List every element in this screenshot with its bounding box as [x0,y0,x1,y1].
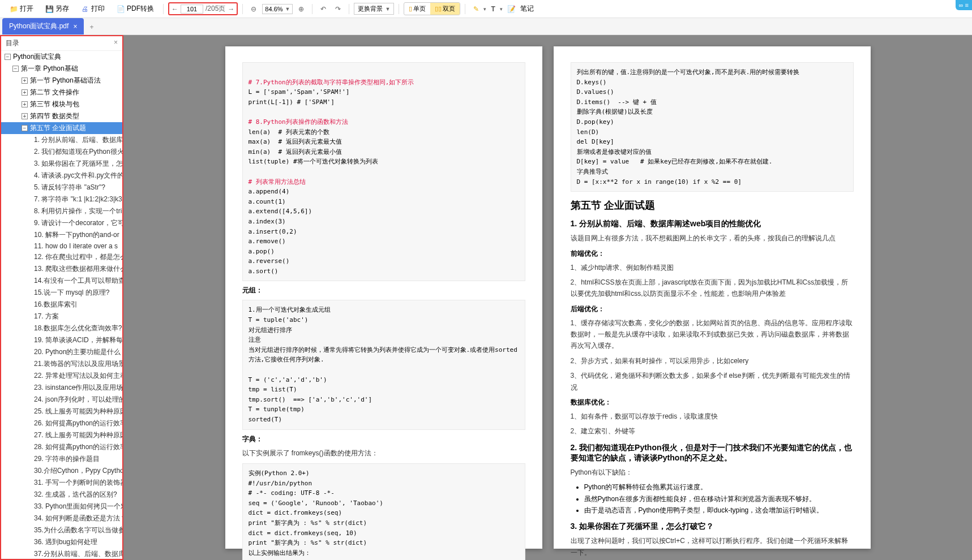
toc-leaf[interactable]: 23. isinstance作用以及应用场 [1,382,122,394]
print-icon: 🖨 [80,5,89,14]
page-right: 列出所有的键，值.注意得到的是一个可迭代对象,而不是列表.用的时候需要转换 D.… [554,46,871,549]
expand-icon[interactable]: + [22,101,28,107]
collapse-icon[interactable]: − [12,66,19,72]
toc-leaf[interactable]: 36. 遇到bug如何处理 [1,536,122,548]
close-icon[interactable]: × [114,38,118,48]
single-page-button[interactable]: ▯ 单页 [404,3,430,15]
toc-leaf[interactable]: 13. 爬取这些数据都用来做什么 [1,263,122,275]
chevron-down-icon[interactable]: ▾ [483,6,486,12]
highlighter-icon[interactable]: ✎ [473,5,479,13]
toc-leaf[interactable]: 28. 如何提高python的运行效率 [1,441,122,453]
toc-label: 第四节 数据类型 [30,111,79,121]
toc-leaf[interactable]: 24. json序列化时，可以处理的 [1,394,122,406]
tab-title: Python面试宝典.pdf [9,21,68,31]
toc-leaf[interactable]: 33. Python里面如何拷贝一个对 [1,501,122,512]
toc-leaf[interactable]: 16.数据库索引 [1,299,122,311]
toc-leaf[interactable]: 32. 生成器，迭代器的区别? [1,489,122,501]
toc-leaf[interactable]: 17. 方案 [1,311,122,322]
close-icon[interactable]: × [73,23,77,31]
toc-leaf[interactable]: 8. 利用切片操作，实现一个trim [1,205,122,217]
paragraph: 3、代码优化，避免循环和判断次数太多，如果多个if else判断，优先判断最有可… [571,370,854,393]
code-block: 列出所有的键，值.注意得到的是一个可迭代对象,而不是列表.用的时候需要转换 D.… [571,62,854,192]
double-page-button[interactable]: ▯▯ 双页 [430,3,460,15]
toc-leaf[interactable]: 21.装饰器的写法以及应用场景 [1,358,122,370]
zoom-out-icon[interactable]: ⊖ [247,5,260,13]
separator [163,4,164,14]
zoom-select[interactable]: 84.6% ▼ [262,4,293,14]
toc-leaf[interactable]: 4. 请谈谈.pyc文件和.py文件的 [1,170,122,182]
toc-leaf[interactable]: 34. 如何判断是函数还是方法？ [1,512,122,524]
pdf-convert-button[interactable]: 📄 PDF转换 [112,2,159,16]
toc-leaf[interactable]: 22. 异常处理写法以及如何主动 [1,370,122,382]
add-tab-button[interactable]: + [84,20,99,35]
toc-root[interactable]: −Python面试宝典 [1,51,122,63]
toc-leaf[interactable]: 18.数据库怎么优化查询效率? [1,322,122,334]
toc-leaf[interactable]: 35.为什么函数名字可以当做参 [1,524,122,536]
save-icon: 💾 [45,5,54,14]
toc-section[interactable]: +第三节 模块与包 [1,98,122,110]
rotate-left-icon[interactable]: ↶ [317,5,329,13]
document-content[interactable]: # 7.Python的列表的截取与字符串操作类型相同,如下所示 L = ['sp… [123,35,972,560]
toc-leaf[interactable]: 31. 手写一个判断时间的装饰器 [1,477,122,489]
annotation-tools: ✎▾ T▾ 📝 笔记 [473,4,533,14]
folder-icon: 📁 [9,5,18,14]
toc-section-selected[interactable]: −第五节 企业面试题 [1,122,122,134]
toc-leaf[interactable]: 12. 你在爬虫过程中，都是怎么 [1,251,122,263]
toc-title: 目录 [6,38,19,48]
toc-leaf[interactable]: 11. how do I iterate over a s [1,241,122,251]
toc-leaf[interactable]: 9. 请设计一个decorator，它可 [1,217,122,229]
expand-icon[interactable]: + [22,113,28,119]
list-item: 虽然Python在很多方面都性能良好，但在移动计算和浏览器方面表现不够好。 [584,493,854,505]
background-select[interactable]: 更换背景 ▼ [354,3,394,15]
open-button[interactable]: 📁 打开 [5,2,38,16]
notes-icon[interactable]: 📝 [507,5,516,13]
toc-leaf[interactable]: 15.说一下 mysql 的原理? [1,287,122,299]
paragraph: 2、建立索引、外键等 [571,425,854,437]
main-toolbar: 📁 打开 💾 另存 🖨 打印 📄 PDF转换 ← /205页 → ⊖ 84.6%… [0,0,972,18]
notes-label[interactable]: 笔记 [520,4,534,14]
toc-tree[interactable]: −Python面试宝典 −第一章 Python基础 +第一节 Python基础语… [1,51,122,559]
toc-leaf[interactable]: 37.分别从前端、后端、数据库 [1,548,122,559]
toc-leaf[interactable]: 1. 分别从前端、后端、数据库 [1,134,122,146]
rotate-right-icon[interactable]: ↷ [332,5,344,13]
toc-section[interactable]: +第二节 文件操作 [1,87,122,98]
toc-leaf[interactable]: 10. 解释一下python的and-or [1,229,122,241]
code-line: len(a) # 列表元素的个数 [249,128,329,136]
toc-leaf[interactable]: 5. 请反转字符串 "aStr"? [1,182,122,193]
zoom-in-icon[interactable]: ⊕ [295,5,307,13]
infinity-icon[interactable]: ∞ ≡ [956,0,972,10]
tab-active[interactable]: Python面试宝典.pdf × [2,18,84,35]
toc-leaf[interactable]: 19. 简单谈谈ACID，并解释每一 [1,334,122,346]
toc-leaf[interactable]: 29. 字符串的操作题目 [1,453,122,465]
toc-leaf[interactable]: 30.介绍Cython，Pypy Cpython [1,465,122,477]
saveas-button[interactable]: 💾 另存 [40,2,74,16]
chevron-down-icon[interactable]: ▾ [500,6,503,12]
toc-leaf[interactable]: 20. Python的主要功能是什么？ [1,346,122,358]
collapse-icon[interactable]: − [22,125,28,131]
toc-leaf[interactable]: 14.有没有一个工具可以帮助查 [1,275,122,287]
separator [312,4,312,14]
question-heading: 2. 我们都知道现在Python很火，但是对于一门技术我们不光要知道它的优点，也… [571,443,854,463]
toc-section[interactable]: +第四节 数据类型 [1,110,122,122]
text-tool-icon[interactable]: T [491,5,495,13]
toc-section[interactable]: +第一节 Python基础语法 [1,75,122,87]
toc-leaf[interactable]: 7. 将字符串 "k:1 |k1:2|k2:3|k3 [1,193,122,205]
paragraph: 1、减少http请求、例如制作精灵图 [571,262,854,273]
next-page-icon[interactable]: → [228,5,234,13]
print-button[interactable]: 🖨 打印 [76,2,109,16]
toc-leaf[interactable]: 27. 线上服务可能因为种种原因 [1,429,122,441]
page-input[interactable] [181,5,203,14]
toc-label: 第一章 Python基础 [21,64,78,74]
toc-chapter[interactable]: −第一章 Python基础 [1,63,122,75]
toc-leaf[interactable]: 2. 我们都知道现在Python很火 [1,146,122,158]
subtitle: 字典： [242,434,525,444]
collapse-icon[interactable]: − [5,54,11,60]
toc-leaf[interactable]: 3. 如果你困在了死循环里，怎 [1,158,122,170]
expand-icon[interactable]: + [22,89,28,96]
prev-page-icon[interactable]: ← [172,5,178,13]
expand-icon[interactable]: + [22,77,28,84]
separator [465,4,465,14]
toc-label: Python面试宝典 [13,52,61,62]
toc-leaf[interactable]: 25. 线上服务可能因为种种原因 [1,406,122,417]
toc-leaf[interactable]: 26. 如何提高python的运行效率 [1,417,122,429]
